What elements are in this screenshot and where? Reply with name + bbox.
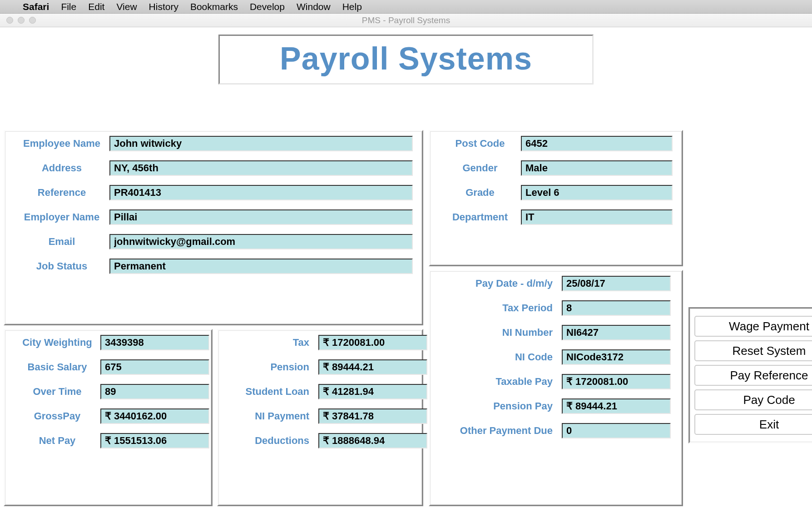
taxable-pay-label: Taxable Pay	[439, 376, 562, 388]
ni-code-input[interactable]	[562, 349, 671, 365]
student-loan-input[interactable]	[318, 384, 427, 399]
email-input[interactable]	[109, 234, 413, 249]
employee-name-input[interactable]	[109, 136, 413, 151]
city-weighting-label: City Weighting	[14, 337, 100, 349]
ni-number-label: NI Number	[439, 327, 562, 339]
menu-develop[interactable]: Develop	[250, 1, 285, 12]
job-status-label: Job Status	[14, 260, 109, 272]
pension-label: Pension	[228, 361, 318, 373]
employee-panel: Employee Name Address Reference Employer…	[4, 130, 423, 325]
tax-label: Tax	[228, 337, 318, 349]
tax-period-label: Tax Period	[439, 302, 562, 314]
pension-input[interactable]	[318, 359, 427, 375]
reference-input[interactable]	[109, 185, 413, 200]
wage-payment-button[interactable]: Wage Payment	[694, 316, 812, 337]
other-payment-label: Other Payment Due	[439, 425, 562, 437]
basic-salary-label: Basic Salary	[14, 361, 100, 373]
overtime-label: Over Time	[14, 386, 100, 398]
app-title: Payroll Systems	[238, 40, 574, 77]
app-header-panel: Payroll Systems	[218, 35, 594, 85]
window-minimize-button[interactable]	[18, 17, 25, 24]
department-label: Department	[439, 211, 521, 223]
ni-code-label: NI Code	[439, 351, 562, 363]
macos-menubar: Safari File Edit View History Bookmarks …	[0, 0, 812, 14]
payinfo-panel: Pay Date - d/m/y Tax Period NI Number NI…	[429, 270, 683, 506]
window-titlebar: PMS - Payroll Systems	[0, 14, 812, 27]
city-weighting-input[interactable]	[100, 335, 209, 350]
netpay-label: Net Pay	[14, 435, 100, 447]
ni-payment-label: NI Payment	[228, 410, 318, 422]
grade-label: Grade	[439, 187, 521, 199]
overtime-input[interactable]	[100, 384, 209, 399]
menu-view[interactable]: View	[116, 1, 137, 12]
address-input[interactable]	[109, 160, 413, 176]
grosspay-label: GrossPay	[14, 410, 100, 422]
deductions-panel: Tax Pension Student Loan NI Payment Dedu…	[217, 329, 423, 506]
menu-file[interactable]: File	[61, 1, 76, 12]
pay-reference-button[interactable]: Pay Reference	[694, 365, 812, 386]
pay-date-label: Pay Date - d/m/y	[439, 278, 562, 289]
student-loan-label: Student Loan	[228, 386, 318, 398]
gender-input[interactable]	[521, 160, 673, 176]
pay-code-button[interactable]: Pay Code	[694, 389, 812, 410]
gender-label: Gender	[439, 162, 521, 174]
postcode-label: Post Code	[439, 138, 521, 149]
ni-payment-input[interactable]	[318, 408, 427, 424]
deductions-input[interactable]	[318, 433, 427, 448]
reset-system-button[interactable]: Reset System	[694, 340, 812, 361]
employee-name-label: Employee Name	[14, 138, 109, 149]
grosspay-input[interactable]	[100, 408, 209, 424]
menu-help[interactable]: Help	[342, 1, 362, 12]
tax-period-input[interactable]	[562, 300, 671, 316]
reference-label: Reference	[14, 187, 109, 199]
meta-panel: Post Code Gender Grade Department	[429, 130, 683, 266]
employer-name-label: Employer Name	[14, 211, 109, 223]
postcode-input[interactable]	[521, 136, 673, 151]
window-title: PMS - Payroll Systems	[362, 15, 450, 25]
taxable-pay-input[interactable]	[562, 374, 671, 389]
exit-button[interactable]: Exit	[694, 414, 812, 435]
address-label: Address	[14, 162, 109, 174]
pay-date-input[interactable]	[562, 276, 671, 291]
menu-edit[interactable]: Edit	[88, 1, 104, 12]
deductions-label: Deductions	[228, 435, 318, 447]
pension-pay-input[interactable]	[562, 398, 671, 414]
job-status-input[interactable]	[109, 259, 413, 274]
window-close-button[interactable]	[6, 17, 13, 24]
menu-history[interactable]: History	[149, 1, 178, 12]
basic-salary-input[interactable]	[100, 359, 209, 375]
salary-panel: City Weighting Basic Salary Over Time Gr…	[4, 329, 213, 506]
grade-input[interactable]	[521, 185, 673, 200]
netpay-input[interactable]	[100, 433, 209, 448]
menu-window[interactable]: Window	[297, 1, 331, 12]
tax-input[interactable]	[318, 335, 427, 350]
window-maximize-button[interactable]	[29, 17, 36, 24]
department-input[interactable]	[521, 209, 673, 225]
pension-pay-label: Pension Pay	[439, 400, 562, 412]
menubar-app[interactable]: Safari	[23, 1, 49, 12]
employer-name-input[interactable]	[109, 209, 413, 225]
actions-panel: Wage Payment Reset System Pay Reference …	[688, 307, 812, 443]
ni-number-input[interactable]	[562, 325, 671, 340]
email-label: Email	[14, 236, 109, 248]
other-payment-input[interactable]	[562, 423, 671, 438]
menu-bookmarks[interactable]: Bookmarks	[190, 1, 238, 12]
